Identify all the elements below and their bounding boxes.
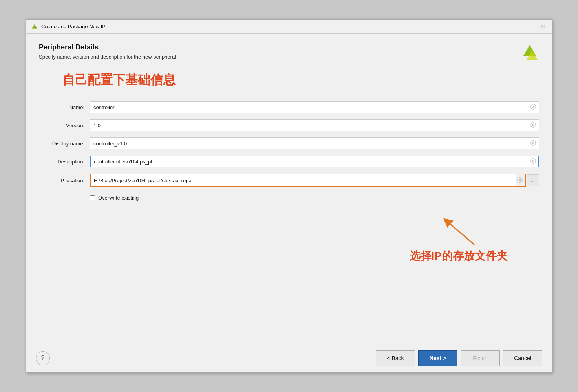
svg-line-5 (447, 221, 474, 245)
overwrite-label[interactable]: Overwrite existing (98, 195, 139, 201)
app-icon (31, 23, 38, 30)
footer-buttons: < Back Next > Finish Cancel (376, 350, 542, 366)
arrow-annotation: 选择IP的存放文件夹 (410, 213, 508, 264)
page-title: Peripheral Details (39, 43, 176, 51)
title-bar-left: Create and Package New IP (31, 23, 106, 30)
arrow-svg (439, 213, 478, 249)
main-dialog: Create and Package New IP × Peripheral D… (26, 19, 552, 373)
annotation-area-2: 选择IP的存放文件夹 (39, 213, 539, 264)
name-label: Name: (39, 104, 90, 110)
overwrite-row: Overwrite existing (90, 195, 539, 201)
cancel-button[interactable]: Cancel (503, 350, 542, 366)
help-button[interactable]: ? (36, 351, 50, 365)
annotation-text-1: 自己配置下基础信息 (62, 71, 539, 89)
browse-button[interactable]: ... (527, 174, 539, 186)
display-name-label: Display name: (39, 141, 90, 147)
next-button[interactable]: Next > (418, 350, 457, 366)
overwrite-checkbox[interactable] (90, 195, 95, 200)
display-name-clear-btn[interactable]: ⓧ (530, 140, 537, 147)
description-label: Description: (39, 159, 90, 165)
page-subtitle: Specify name, version and description fo… (39, 54, 176, 60)
name-input[interactable] (90, 101, 539, 113)
annotation-text-2: 选择IP的存放文件夹 (410, 249, 508, 264)
back-button[interactable]: < Back (376, 350, 415, 366)
version-row: Version: ⓧ (39, 119, 539, 131)
display-name-row: Display name: ⓧ (39, 137, 539, 149)
ip-location-label: IP location: (39, 178, 90, 183)
title-bar-text: Create and Package New IP (41, 24, 106, 29)
name-input-wrap: ⓧ (90, 101, 539, 113)
footer: ? < Back Next > Finish Cancel (26, 344, 552, 372)
description-clear-btn[interactable]: ⓧ (530, 158, 537, 165)
ip-input-container: ⓧ (90, 174, 526, 187)
version-label: Version: (39, 123, 90, 128)
form-area: Name: ⓧ Version: ⓧ Display name: (39, 101, 539, 201)
display-name-input[interactable] (90, 137, 539, 149)
display-name-input-wrap: ⓧ (90, 137, 539, 149)
title-bar: Create and Package New IP × (26, 20, 552, 34)
ip-location-wrap: ⓧ ... (90, 174, 539, 187)
version-input-wrap: ⓧ (90, 119, 539, 131)
version-clear-btn[interactable]: ⓧ (530, 122, 537, 129)
brand-logo (520, 43, 539, 62)
ip-location-row: IP location: ⓧ ... (39, 174, 539, 187)
ip-location-clear-btn[interactable]: ⓧ (516, 177, 523, 184)
finish-button[interactable]: Finish (461, 350, 500, 366)
ip-location-input[interactable] (91, 174, 516, 186)
name-clear-btn[interactable]: ⓧ (530, 104, 537, 111)
description-input[interactable] (90, 156, 539, 167)
description-input-wrap: ⓧ (90, 156, 539, 167)
close-button[interactable]: × (539, 23, 547, 31)
header-row: Peripheral Details Specify name, version… (39, 43, 539, 62)
svg-marker-1 (32, 25, 37, 28)
name-row: Name: ⓧ (39, 101, 539, 113)
content-area: Peripheral Details Specify name, version… (26, 34, 552, 344)
version-input[interactable] (90, 119, 539, 131)
description-row: Description: ⓧ (39, 156, 539, 167)
header-text: Peripheral Details Specify name, version… (39, 43, 176, 60)
